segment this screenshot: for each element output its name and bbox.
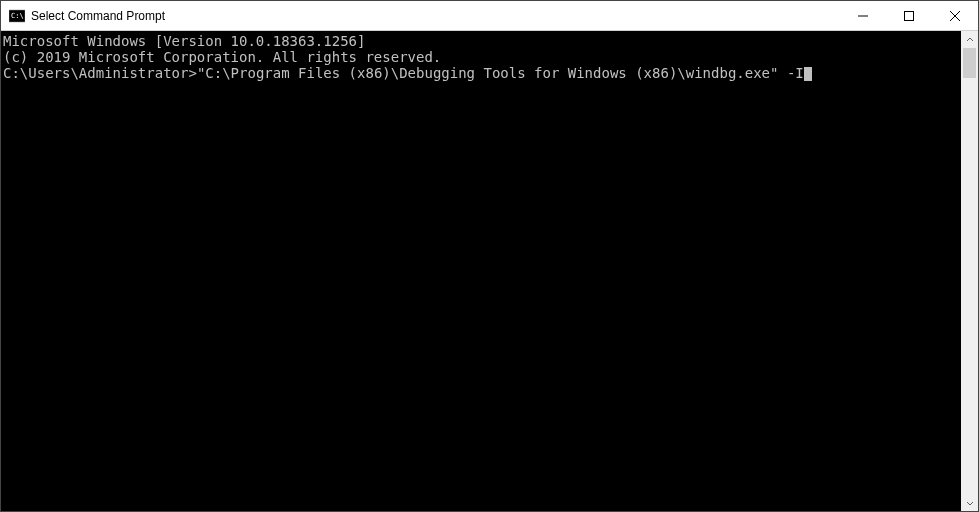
scroll-up-button[interactable] (961, 31, 978, 48)
svg-rect-3 (905, 11, 914, 20)
command-text: "C:\Program Files (x86)\Debugging Tools … (197, 65, 804, 81)
command-prompt-window: C:\ Select Command Prompt (0, 0, 979, 512)
scroll-track[interactable] (961, 48, 978, 494)
window-controls (840, 1, 978, 30)
app-icon: C:\ (9, 8, 25, 24)
console-content[interactable]: Microsoft Windows [Version 10.0.18363.12… (1, 31, 961, 511)
chevron-down-icon (966, 499, 974, 507)
console-area: Microsoft Windows [Version 10.0.18363.12… (1, 31, 978, 511)
minimize-icon (858, 11, 868, 21)
svg-text:C:\: C:\ (11, 12, 24, 20)
chevron-up-icon (966, 36, 974, 44)
prompt-text: C:\Users\Administrator> (3, 65, 197, 81)
titlebar[interactable]: C:\ Select Command Prompt (1, 1, 978, 31)
close-icon (950, 11, 960, 21)
cursor (804, 67, 812, 81)
maximize-button[interactable] (886, 1, 932, 30)
vertical-scrollbar[interactable] (961, 31, 978, 511)
console-line-copyright: (c) 2019 Microsoft Corporation. All righ… (3, 49, 961, 65)
close-button[interactable] (932, 1, 978, 30)
minimize-button[interactable] (840, 1, 886, 30)
window-title: Select Command Prompt (31, 9, 840, 23)
console-prompt-line: C:\Users\Administrator>"C:\Program Files… (3, 65, 961, 81)
scroll-thumb[interactable] (963, 48, 976, 78)
maximize-icon (904, 11, 914, 21)
scroll-down-button[interactable] (961, 494, 978, 511)
console-line-version: Microsoft Windows [Version 10.0.18363.12… (3, 33, 961, 49)
